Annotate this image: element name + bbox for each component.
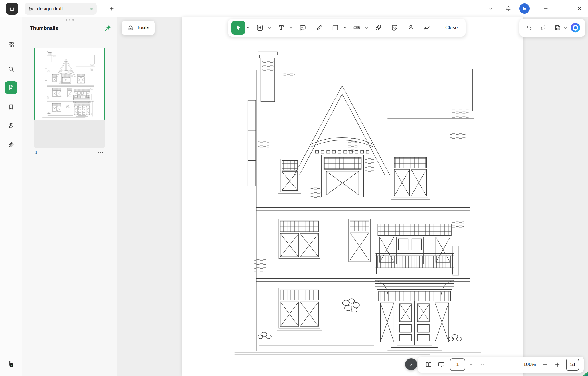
select-tool-dropdown[interactable] [246, 21, 250, 35]
thumbnails-panel: Thumbnails 1 [22, 17, 118, 376]
toolbox-icon [127, 24, 134, 31]
sticker-icon [391, 24, 398, 31]
presentation-button[interactable] [435, 358, 448, 371]
signature-icon [423, 24, 431, 32]
fit-label: 1:1 [570, 363, 575, 367]
frame-tool[interactable] [253, 21, 267, 35]
tools-button-label: Tools [137, 25, 149, 31]
drawboard-logo[interactable] [5, 357, 17, 370]
zoom-level-label: 100% [521, 362, 538, 367]
document-icon [8, 84, 15, 91]
tools-button[interactable]: Tools [122, 21, 155, 35]
chevron-up-icon [468, 362, 474, 367]
undo-icon [526, 24, 532, 31]
redo-button[interactable] [537, 21, 550, 35]
notifications-button[interactable] [502, 2, 515, 15]
ruler-icon [353, 24, 361, 31]
pen-icon [315, 24, 323, 31]
pen-tool[interactable] [312, 21, 326, 35]
bookmark-icon [8, 104, 15, 110]
thumbnails-title: Thumbnails [30, 25, 58, 31]
new-tab-button[interactable] [106, 3, 117, 14]
signature-tool[interactable] [420, 21, 434, 35]
frame-tool-dropdown[interactable] [267, 21, 272, 35]
minimize-icon [543, 6, 549, 11]
titlebar-menu-chevron[interactable] [484, 2, 498, 15]
chevron-down-icon [289, 27, 293, 29]
shape-tool-dropdown[interactable] [343, 21, 347, 35]
text-icon [278, 24, 285, 31]
comments-icon [8, 122, 15, 129]
sidebar-item-attachments[interactable] [5, 138, 17, 151]
annotation-bubble-icon [29, 6, 34, 12]
sidebar-item-comments[interactable] [5, 119, 17, 132]
text-tool[interactable] [274, 21, 288, 35]
side-rail [0, 17, 23, 376]
unsaved-dot [90, 8, 93, 10]
plus-icon [109, 6, 114, 11]
text-tool-dropdown[interactable] [289, 21, 293, 35]
corner-badge [581, 371, 588, 376]
copilot-icon [570, 22, 581, 33]
home-button[interactable] [6, 3, 18, 15]
screen-icon [437, 361, 445, 368]
page-number-input[interactable] [450, 361, 465, 368]
page-thumbnail-image[interactable] [34, 48, 105, 120]
reading-view-button[interactable] [422, 358, 435, 371]
annotation-toolbar: Close [228, 19, 466, 37]
actual-size-button[interactable]: 1:1 [566, 359, 579, 371]
search-icon [8, 66, 15, 72]
attachment-tool[interactable] [371, 21, 385, 35]
bell-icon [505, 5, 512, 12]
sidebar-item-search[interactable] [5, 63, 17, 75]
document-tab[interactable]: design-draft [25, 3, 97, 15]
close-window-button[interactable] [573, 2, 586, 15]
sidebar-item-bookmarks[interactable] [5, 101, 17, 113]
next-page-button[interactable] [477, 358, 488, 371]
save-button[interactable] [551, 21, 564, 35]
chevron-down-icon [365, 27, 368, 29]
thumbnail-house-art [35, 48, 104, 120]
document-page[interactable] [182, 17, 523, 376]
quick-actions-panel [519, 19, 585, 37]
house-elevation-drawing [182, 17, 523, 376]
stamp-tool[interactable] [404, 21, 418, 35]
sticker-tool[interactable] [388, 21, 401, 35]
sidebar-item-documents[interactable] [5, 81, 17, 94]
comment-tool[interactable] [296, 21, 310, 35]
shape-tool[interactable] [328, 21, 342, 35]
tab-label: design-draft [37, 6, 63, 12]
panel-drag-handle[interactable] [22, 19, 117, 21]
chevron-right-icon [409, 362, 413, 367]
home-icon [9, 5, 15, 12]
titlebar: design-draft E [0, 0, 588, 17]
copilot-button[interactable] [569, 21, 582, 35]
measure-tool-dropdown[interactable] [364, 21, 369, 35]
page-thumbnail[interactable] [34, 48, 105, 148]
previous-page-button[interactable] [465, 358, 477, 371]
account-avatar[interactable]: E [519, 3, 530, 14]
save-dropdown[interactable] [563, 21, 567, 35]
page-menu-button[interactable] [96, 150, 105, 155]
close-toolbar-button[interactable]: Close [441, 22, 462, 33]
zoom-in-button[interactable] [551, 358, 564, 371]
drawboard-logo-icon [7, 360, 15, 368]
sidebar-item-apps[interactable] [5, 38, 17, 51]
expand-controls-button[interactable] [405, 358, 417, 370]
maximize-icon [560, 6, 565, 11]
minimize-button[interactable] [539, 2, 553, 15]
close-label: Close [445, 25, 458, 30]
pin-thumbnails-button[interactable] [104, 25, 112, 32]
minus-icon [542, 361, 548, 368]
chevron-down-icon [268, 27, 271, 29]
zoom-out-button[interactable] [538, 358, 551, 371]
maximize-button[interactable] [556, 2, 569, 15]
plus-icon [554, 361, 561, 368]
select-tool[interactable] [231, 21, 245, 35]
undo-button[interactable] [523, 21, 535, 35]
view-controls-bar: 100% 1:1 [418, 357, 584, 373]
frame-h-icon [256, 24, 264, 31]
shape-square-icon [332, 24, 339, 31]
apps-grid-icon [8, 41, 15, 48]
measure-tool[interactable] [350, 21, 364, 35]
